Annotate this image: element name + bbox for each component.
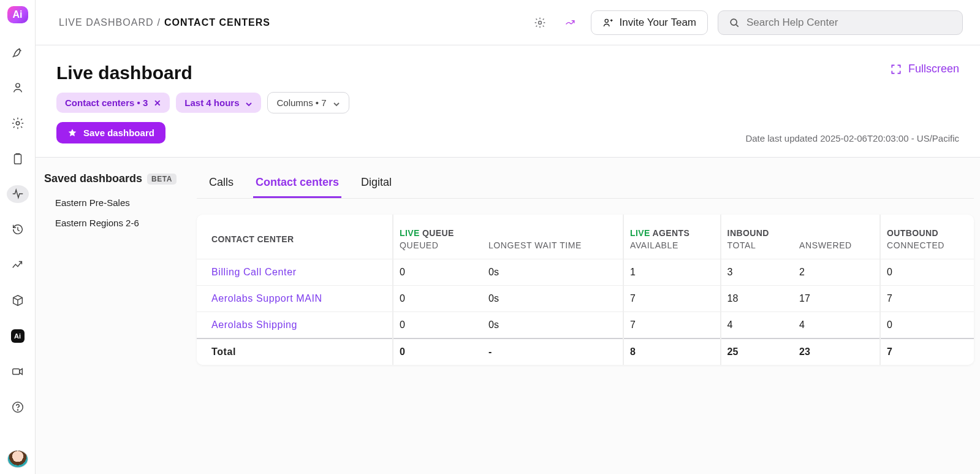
search-input[interactable]: [746, 17, 952, 29]
invite-team-button[interactable]: Invite Your Team: [591, 10, 708, 35]
total-queued: 0: [393, 338, 482, 365]
svg-point-8: [731, 19, 737, 25]
breadcrumb-parent[interactable]: LIVE DASHBOARD: [59, 17, 153, 28]
saved-dashboard-item[interactable]: Eastern Regions 2-6: [44, 213, 186, 233]
cell-queued: 0: [393, 312, 482, 339]
beta-badge: BETA: [147, 174, 177, 185]
tab-calls[interactable]: Calls: [207, 170, 236, 198]
th-live-agents[interactable]: LIVE AGENTS AVAILABLE: [623, 215, 721, 259]
svg-point-1: [16, 121, 20, 125]
ai-square-icon[interactable]: Ai: [7, 327, 29, 345]
cell-inbound-total: 3: [721, 259, 794, 286]
th-inbound[interactable]: INBOUND TOTAL: [721, 215, 794, 259]
table-total-row: Total 0 - 8 25 23 7: [197, 338, 974, 365]
cell-answered: 17: [793, 286, 880, 312]
saved-dashboard-item[interactable]: Eastern Pre-Sales: [44, 193, 186, 213]
cell-out-connected: 7: [880, 286, 974, 312]
close-icon[interactable]: ✕: [154, 98, 161, 108]
table-row: Billing Call Center 0 0s 1 3 2 0: [197, 259, 974, 286]
contact-center-link[interactable]: Billing Call Center: [211, 267, 297, 277]
trending-icon[interactable]: [560, 12, 581, 33]
tabs: Calls Contact centers Digital: [197, 170, 974, 199]
contact-center-link[interactable]: Aerolabs Support MAIN: [211, 293, 322, 304]
cell-queued: 0: [393, 259, 482, 286]
page-title: Live dashboard: [56, 63, 959, 83]
person-icon[interactable]: [7, 78, 29, 97]
star-icon: [67, 128, 77, 138]
total-inbound: 25: [721, 338, 794, 365]
contact-centers-table: CONTACT CENTER LIVE QUEUE QUEUED LONGEST…: [197, 215, 974, 365]
th-outbound[interactable]: OUTBOUND CONNECTED: [880, 215, 974, 259]
total-available: 8: [623, 338, 721, 365]
svg-rect-2: [14, 154, 21, 164]
total-longest: -: [482, 338, 623, 365]
cell-available: 1: [623, 259, 721, 286]
search-icon: [728, 17, 740, 29]
chevron-down-icon: [333, 99, 340, 107]
settings-icon[interactable]: [530, 12, 550, 33]
svg-point-0: [15, 83, 19, 87]
last-updated: Date last updated 2025-02-06T20:03:00 - …: [745, 133, 959, 143]
cell-out-connected: 0: [880, 259, 974, 286]
package-icon[interactable]: [7, 291, 29, 310]
top-bar: LIVE DASHBOARD / CONTACT CENTERS Invite …: [36, 0, 980, 45]
total-out-connected: 7: [880, 338, 974, 365]
breadcrumb-current: CONTACT CENTERS: [164, 17, 270, 28]
filter-time-range[interactable]: Last 4 hours: [176, 93, 261, 113]
breadcrumb-sep: /: [157, 17, 160, 28]
save-dashboard-label: Save dashboard: [83, 128, 154, 138]
nav-rail: Ai Ai: [0, 0, 36, 474]
cell-answered: 4: [793, 312, 880, 339]
chevron-down-icon: [245, 99, 253, 107]
svg-point-5: [17, 410, 18, 410]
table-row: Aerolabs Shipping 0 0s 7 4 4 0: [197, 312, 974, 339]
help-icon[interactable]: [7, 398, 29, 416]
data-area: Calls Contact centers Digital CONTACT CE…: [197, 158, 980, 474]
contact-centers-table-card: CONTACT CENTER LIVE QUEUE QUEUED LONGEST…: [197, 215, 974, 365]
save-dashboard-button[interactable]: Save dashboard: [56, 122, 165, 143]
search-wrap[interactable]: [718, 10, 963, 35]
cell-answered: 2: [793, 259, 880, 286]
cell-available: 7: [623, 286, 721, 312]
cell-inbound-total: 4: [721, 312, 794, 339]
cell-longest: 0s: [482, 286, 623, 312]
cell-longest: 0s: [482, 312, 623, 339]
filter-time-label: Last 4 hours: [184, 97, 239, 108]
rocket-icon[interactable]: [7, 43, 29, 61]
filter-contact-centers[interactable]: Contact centers • 3 ✕: [56, 93, 170, 113]
th-longest-wait[interactable]: LONGEST WAIT TIME: [482, 215, 623, 259]
activity-icon[interactable]: [7, 185, 29, 204]
tab-digital[interactable]: Digital: [359, 170, 394, 198]
total-label: Total: [197, 338, 393, 365]
cell-queued: 0: [393, 286, 482, 312]
breadcrumb: LIVE DASHBOARD / CONTACT CENTERS: [59, 17, 270, 28]
history-icon[interactable]: [7, 220, 29, 239]
columns-picker[interactable]: Columns • 7: [267, 92, 349, 113]
contact-center-link[interactable]: Aerolabs Shipping: [211, 319, 297, 330]
clipboard-icon[interactable]: [7, 150, 29, 168]
saved-dashboards-title: Saved dashboards: [44, 172, 142, 185]
cell-out-connected: 0: [880, 312, 974, 339]
th-contact-center[interactable]: CONTACT CENTER: [197, 215, 393, 259]
saved-dashboards-panel: Saved dashboards BETA Eastern Pre-Sales …: [36, 158, 197, 474]
user-avatar[interactable]: [7, 450, 28, 468]
expand-icon: [890, 63, 902, 75]
th-answered[interactable]: ANSWERED: [793, 215, 880, 259]
tab-contact-centers[interactable]: Contact centers: [253, 170, 341, 198]
filter-centers-label: Contact centers • 3: [65, 97, 148, 108]
svg-rect-3: [12, 369, 19, 374]
invite-team-label: Invite Your Team: [620, 17, 696, 29]
svg-point-7: [605, 19, 608, 22]
gear-icon[interactable]: [7, 114, 29, 132]
svg-point-6: [538, 21, 541, 24]
table-row: Aerolabs Support MAIN 0 0s 7 18 17 7: [197, 286, 974, 312]
video-icon[interactable]: [7, 362, 29, 381]
th-live-queue[interactable]: LIVE QUEUE QUEUED: [393, 215, 482, 259]
fullscreen-label: Fullscreen: [908, 63, 959, 75]
trend-icon[interactable]: [7, 256, 29, 274]
columns-label: Columns • 7: [276, 97, 326, 108]
fullscreen-button[interactable]: Fullscreen: [890, 63, 959, 75]
cell-inbound-total: 18: [721, 286, 794, 312]
app-logo[interactable]: Ai: [7, 6, 28, 23]
total-answered: 23: [793, 338, 880, 365]
